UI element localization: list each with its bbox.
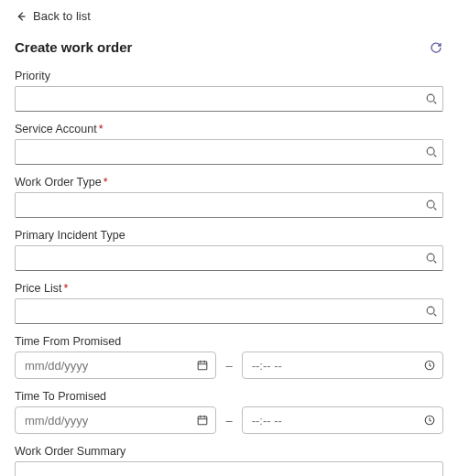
- time-to-date-input[interactable]: [15, 406, 216, 434]
- clock-icon[interactable]: [423, 414, 436, 427]
- primary-incident-type-label: Primary Incident Type: [15, 229, 443, 242]
- price-list-label: Price List*: [15, 282, 443, 295]
- search-icon[interactable]: [425, 305, 438, 318]
- calendar-icon[interactable]: [196, 414, 209, 427]
- svg-point-0: [427, 94, 434, 102]
- priority-input[interactable]: [15, 86, 443, 112]
- time-from-separator: –: [225, 359, 232, 373]
- page-title: Create work order: [15, 39, 132, 55]
- time-from-time-input[interactable]: [242, 352, 443, 379]
- time-to-separator: –: [225, 414, 232, 427]
- service-account-input[interactable]: [15, 139, 443, 165]
- time-to-label: Time To Promised: [15, 390, 443, 403]
- calendar-icon[interactable]: [196, 359, 209, 372]
- svg-rect-7: [199, 416, 208, 425]
- back-to-list-link[interactable]: Back to list: [15, 9, 91, 23]
- price-list-input[interactable]: [15, 298, 443, 324]
- time-from-label: Time From Promised: [15, 335, 443, 348]
- summary-textarea[interactable]: [15, 461, 443, 476]
- svg-point-2: [427, 200, 434, 208]
- arrow-left-icon: [15, 10, 27, 23]
- time-to-time-input[interactable]: [242, 406, 443, 434]
- search-icon[interactable]: [425, 199, 438, 211]
- search-icon[interactable]: [425, 146, 438, 158]
- summary-label: Work Order Summary: [15, 445, 443, 458]
- clock-icon[interactable]: [423, 359, 436, 372]
- refresh-icon[interactable]: [429, 40, 443, 55]
- search-icon[interactable]: [425, 252, 438, 265]
- svg-point-1: [427, 147, 434, 155]
- work-order-type-label: Work Order Type*: [15, 176, 443, 189]
- svg-rect-5: [199, 362, 208, 370]
- service-account-label: Service Account*: [15, 123, 443, 135]
- svg-point-3: [427, 254, 434, 261]
- primary-incident-type-input[interactable]: [15, 245, 443, 271]
- back-to-list-label: Back to list: [33, 9, 91, 23]
- search-icon[interactable]: [425, 92, 438, 105]
- priority-label: Priority: [15, 70, 443, 82]
- work-order-type-input[interactable]: [15, 192, 443, 218]
- time-from-date-input[interactable]: [15, 352, 216, 379]
- svg-point-4: [427, 307, 434, 314]
